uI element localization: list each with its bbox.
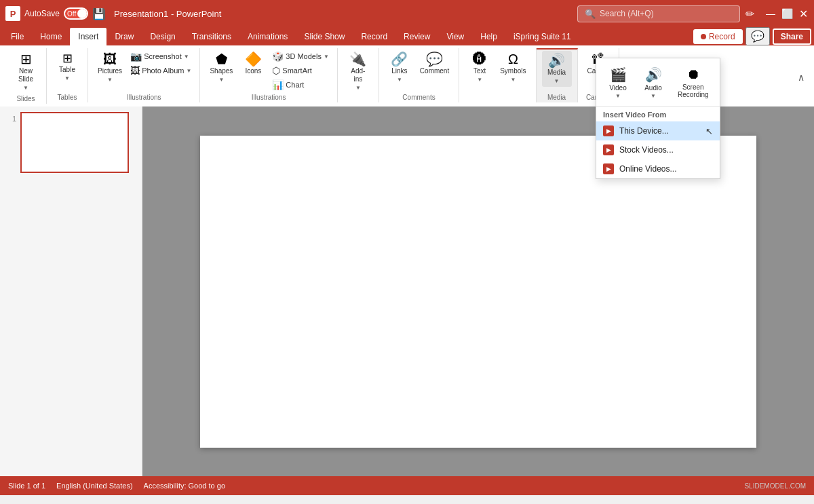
share-button[interactable]: Share	[773, 28, 811, 45]
text-label: Text	[473, 67, 486, 75]
restore-button[interactable]: ⬜	[781, 8, 792, 19]
slide-panel: 1	[0, 106, 142, 476]
ribbon-group-addins: 🔌 Add-ins ▼	[338, 48, 379, 102]
smartart-label: SmartArt	[282, 66, 311, 75]
text-button[interactable]: 🅐 Text ▼	[465, 50, 495, 85]
screenshot-photoalbum-group: 📷 Screenshot ▼ 🖼 Photo Album ▼	[128, 50, 194, 77]
media-label: Media	[547, 69, 566, 77]
shapes-label: Shapes	[210, 67, 233, 75]
shapes-arrow: ▼	[218, 77, 224, 83]
minimize-button[interactable]: —	[765, 8, 776, 19]
ribbon-group-illustrations: ⬟ Shapes ▼ 🔶 Icons 🎲 3D Models ▼ ⬡ Smart…	[200, 48, 337, 102]
screenshot-button[interactable]: 📷 Screenshot ▼	[128, 50, 194, 63]
new-slide-arrow: ▼	[23, 85, 28, 91]
ribbon-collapse-button[interactable]: ∧	[794, 69, 809, 85]
images-group-label: Illustrations	[127, 92, 161, 102]
language-info: English (United States)	[56, 482, 133, 490]
shapes-button[interactable]: ⬟ Shapes ▼	[206, 50, 237, 85]
media-dropdown-header: 🎬 Video ▼ 🔊 Audio ▼ ⏺ Screen Recording	[596, 58, 720, 106]
tab-design[interactable]: Design	[142, 28, 183, 45]
ribbon-group-images: 🖼 Pictures ▼ 📷 Screenshot ▼ 🖼 Photo Albu…	[88, 48, 200, 102]
tab-file[interactable]: File	[3, 28, 32, 45]
watermark: SLIDEMODEL.COM	[744, 482, 806, 490]
shapes-icon: ⬟	[216, 52, 227, 66]
table-arrow: ▼	[64, 75, 70, 81]
pen-icon[interactable]: ✏	[740, 5, 760, 23]
tab-review[interactable]: Review	[395, 28, 438, 45]
symbols-label: Symbols	[500, 67, 526, 75]
autosave-state: Off	[67, 10, 76, 18]
photo-album-icon: 🖼	[130, 65, 140, 76]
photo-album-label: Photo Album	[142, 66, 184, 75]
stock-videos-icon: ▶	[603, 144, 614, 155]
tab-slideshow[interactable]: Slide Show	[296, 28, 353, 45]
icons-button[interactable]: 🔶 Icons	[238, 50, 268, 78]
icons-label: Icons	[245, 67, 261, 75]
screenshot-label: Screenshot	[144, 52, 182, 60]
search-placeholder: Search (Alt+Q)	[600, 9, 654, 18]
tab-record[interactable]: Record	[353, 28, 395, 45]
media-icon: 🔊	[548, 54, 565, 67]
this-device-label: This Device...	[619, 126, 669, 136]
pictures-arrow: ▼	[107, 77, 113, 83]
screen-recording-button[interactable]: ⏺ Screen Recording	[674, 64, 713, 101]
audio-dropdown-button[interactable]: 🔊 Audio ▼	[638, 64, 668, 102]
photo-album-button[interactable]: 🖼 Photo Album ▼	[128, 64, 194, 77]
tab-view[interactable]: View	[438, 28, 472, 45]
title-bar-title: Presentation1 - PowerPoint	[114, 9, 221, 19]
screen-recording-icon: ⏺	[686, 66, 700, 82]
addins-button[interactable]: 🔌 Add-ins ▼	[343, 50, 373, 94]
pictures-icon: 🖼	[103, 52, 117, 66]
audio-dropdown-label: Audio	[644, 84, 662, 92]
links-group-label: Comments	[402, 92, 435, 102]
ribbon-tab-right: Record 💬 Share	[693, 27, 811, 45]
addins-arrow: ▼	[355, 85, 361, 91]
title-bar-controls: ✏ — ⬜ ✕	[740, 5, 809, 23]
title-bar: P AutoSave Off 💾 Presentation1 - PowerPo…	[0, 0, 814, 27]
tab-help[interactable]: Help	[472, 28, 505, 45]
3d-models-icon: 🎲	[272, 51, 284, 62]
3d-models-button[interactable]: 🎲 3D Models ▼	[269, 50, 332, 63]
symbols-arrow: ▼	[510, 77, 516, 83]
slide-canvas[interactable]	[200, 136, 756, 448]
media-button[interactable]: 🔊 Media ▼	[542, 51, 572, 87]
online-videos-label: Online Videos...	[619, 164, 677, 174]
stock-videos-label: Stock Videos...	[619, 145, 674, 155]
pictures-button[interactable]: 🖼 Pictures ▼	[94, 50, 126, 85]
insert-video-label: Insert Video From	[596, 106, 720, 121]
table-label: Table	[59, 66, 75, 74]
stock-videos-item[interactable]: ▶ Stock Videos...	[596, 140, 720, 159]
links-button[interactable]: 🔗 Links ▼	[385, 50, 414, 85]
3d-models-label: 3D Models	[286, 52, 322, 60]
video-dropdown-button[interactable]: 🎬 Video ▼	[603, 64, 633, 102]
comment-button[interactable]: 💬	[745, 27, 770, 45]
media-group-label: Media	[547, 92, 566, 102]
new-slide-label: NewSlide	[18, 67, 33, 83]
close-button[interactable]: ✕	[798, 8, 809, 19]
chart-label: Chart	[286, 81, 304, 89]
online-videos-item[interactable]: ▶ Online Videos...	[596, 159, 720, 178]
table-button[interactable]: ⊞ Table ▼	[52, 50, 82, 84]
smartart-button[interactable]: ⬡ SmartArt	[269, 64, 332, 77]
chart-button[interactable]: 📊 Chart	[269, 78, 332, 92]
slide-thumbnail[interactable]	[20, 112, 129, 173]
save-icon[interactable]: 💾	[92, 7, 106, 20]
tab-animations[interactable]: Animations	[239, 28, 296, 45]
ribbon-group-text: 🅐 Text ▼ Ω Symbols ▼	[459, 48, 536, 102]
tab-transitions[interactable]: Transitions	[184, 28, 239, 45]
tab-ispring[interactable]: iSpring Suite 11	[505, 28, 579, 45]
this-device-item[interactable]: ▶ This Device... ↖	[596, 121, 720, 140]
tab-home[interactable]: Home	[32, 28, 70, 45]
comment-ribbon-button[interactable]: 💬 Comment	[416, 50, 453, 78]
symbols-button[interactable]: Ω Symbols ▼	[496, 50, 530, 85]
tables-group-label: Tables	[58, 92, 77, 102]
search-bar[interactable]: 🔍 Search (Alt+Q)	[577, 5, 740, 22]
record-button[interactable]: Record	[693, 29, 743, 44]
tables-items: ⊞ Table ▼	[52, 50, 82, 92]
tab-insert[interactable]: Insert	[70, 28, 106, 45]
video-dropdown-label: Video	[609, 84, 626, 92]
new-slide-button[interactable]: ⊞ NewSlide ▼	[11, 50, 41, 94]
addins-icon: 🔌	[349, 52, 366, 66]
autosave-toggle[interactable]: Off	[64, 7, 88, 20]
tab-draw[interactable]: Draw	[106, 28, 142, 45]
